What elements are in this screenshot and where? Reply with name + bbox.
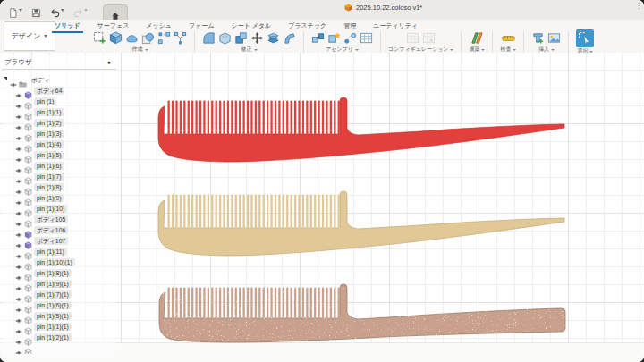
tree-body-row[interactable]: pin (1)(4) [2, 139, 116, 149]
save-button[interactable] [29, 4, 44, 17]
visibility-eye-icon[interactable] [15, 97, 22, 105]
new-component-icon[interactable] [327, 31, 341, 45]
visibility-eye-icon[interactable] [15, 269, 22, 276]
undo-icon [50, 5, 60, 15]
tree-body-row[interactable]: pin (1)(11) [2, 246, 116, 257]
workspace-selector[interactable]: デザイン [4, 21, 55, 51]
config-table-icon[interactable] [406, 31, 419, 45]
tree-body-row[interactable]: pin (1)(10)(1) [2, 257, 116, 267]
visibility-eye-icon[interactable] [15, 312, 22, 319]
document-title-text: 2025.10.22.coloso v1* [356, 4, 422, 12]
sketch-icon[interactable] [93, 31, 106, 45]
visibility-eye-icon[interactable] [15, 215, 22, 223]
body-icon [24, 119, 32, 127]
file-menu-button[interactable] [5, 4, 25, 17]
redo-button[interactable] [71, 4, 90, 17]
visibility-eye-icon[interactable] [15, 280, 22, 287]
visibility-eye-icon[interactable] [15, 119, 22, 126]
visibility-eye-icon[interactable] [10, 76, 17, 83]
visibility-eye-icon[interactable] [15, 140, 22, 147]
visibility-eye-icon[interactable] [15, 108, 22, 115]
tree-folder-row[interactable]: ボディ [2, 74, 116, 85]
tree-body-row[interactable]: pin (1)(5)(1) [2, 310, 116, 321]
body-icon [24, 108, 32, 116]
fillet-icon[interactable] [202, 31, 216, 45]
shell-icon[interactable] [218, 31, 232, 45]
expand-caret-icon[interactable] [4, 77, 7, 80]
canvas-icon[interactable] [531, 31, 545, 45]
ribbon-tab-4[interactable]: シート メタル [230, 20, 272, 32]
visibility-eye-icon[interactable] [15, 333, 22, 341]
pattern-icon[interactable] [157, 31, 171, 45]
ribbon-group-7: 選択 [569, 31, 601, 53]
split-icon[interactable] [267, 31, 280, 45]
visibility-eye-icon[interactable] [15, 205, 22, 212]
planes-icon[interactable] [470, 31, 484, 45]
visibility-eye-icon[interactable] [15, 226, 22, 233]
ribbon-tab-5[interactable]: プラスチック [287, 20, 327, 32]
tree-body-row[interactable]: ボディ105 [2, 214, 116, 224]
home-icon [111, 8, 120, 17]
ribbon-tab-0[interactable]: ソリッド [54, 20, 81, 32]
image-icon[interactable] [547, 31, 561, 45]
visibility-eye-icon[interactable] [15, 248, 22, 255]
combine-icon[interactable] [234, 31, 248, 45]
ribbon-tab-1[interactable]: サーフェス [97, 20, 131, 32]
ribbon-tab-7[interactable]: ユーティリティ [372, 20, 419, 32]
panel-options-icon[interactable]: ● [107, 59, 111, 65]
tree-item-label: pin (1)(5) [34, 151, 64, 159]
select-icon[interactable] [576, 29, 594, 47]
tree-body-row[interactable]: pin (1)(9) [2, 192, 116, 203]
visibility-eye-icon[interactable] [15, 323, 22, 330]
tree-body-row[interactable]: pin (1)(2) [2, 117, 116, 128]
visibility-eye-icon[interactable] [15, 237, 22, 244]
tree-body-row[interactable]: pin (1)(8)(1) [2, 267, 116, 278]
document-tab[interactable] [103, 4, 128, 21]
ribbon-tab-2[interactable]: メッシュ [145, 20, 173, 32]
visibility-eye-icon[interactable] [15, 87, 22, 94]
ribbon-tab-6[interactable]: 管理 [343, 20, 357, 32]
tree-body-row[interactable]: pin (1)(5) [2, 149, 116, 160]
visibility-eye-icon[interactable] [15, 301, 22, 308]
sweep-icon[interactable] [125, 31, 139, 45]
tree-body-row[interactable]: ボディ107 [2, 235, 116, 246]
tree-body-row[interactable]: pin (1)(10) [2, 203, 116, 214]
tree-body-row[interactable]: pin (1)(7)(1) [2, 289, 116, 299]
overflow-menu-icon[interactable]: ⋮ [635, 4, 642, 8]
visibility-eye-icon[interactable] [15, 344, 22, 351]
tree-body-row[interactable]: ボディ106 [2, 224, 116, 235]
extrude-icon[interactable] [109, 31, 123, 45]
tree-body-row[interactable]: pin (1)(1)(1) [2, 321, 116, 332]
link-icon[interactable] [311, 31, 325, 45]
sphere-icon[interactable] [141, 31, 155, 45]
measure-icon[interactable] [502, 31, 515, 45]
visibility-eye-icon[interactable] [15, 258, 22, 265]
branch-icon[interactable] [174, 31, 187, 45]
tree-body-row[interactable]: pin (1)(3) [2, 128, 116, 139]
move-icon[interactable] [250, 31, 264, 45]
tree-body-row[interactable]: pin (1) [2, 96, 116, 106]
ribbon-tab-3[interactable]: フォーム [188, 20, 216, 32]
tree-body-row[interactable]: ボディ64 [2, 85, 116, 96]
tree-body-row[interactable]: pin (1)(2)(1) [2, 332, 116, 342]
offset-icon[interactable] [283, 31, 296, 45]
config-insert-icon[interactable] [422, 31, 436, 45]
tree-body-row[interactable] [2, 342, 116, 353]
tree-body-row[interactable]: pin (1)(7) [2, 171, 116, 181]
tree-body-row[interactable]: pin (1)(6) [2, 160, 116, 171]
visibility-eye-icon[interactable] [15, 173, 22, 180]
visibility-eye-icon[interactable] [15, 194, 22, 201]
tree-body-row[interactable]: pin (1)(9)(1) [2, 278, 116, 289]
tree-body-row[interactable]: pin (1)(1) [2, 106, 116, 117]
joint-icon[interactable] [343, 31, 357, 45]
visibility-eye-icon[interactable] [15, 183, 22, 190]
visibility-eye-icon[interactable] [15, 162, 22, 169]
tree-body-row[interactable]: pin (1)(8) [2, 181, 116, 192]
visibility-eye-icon[interactable] [15, 151, 22, 158]
visibility-eye-icon[interactable] [15, 130, 22, 137]
tree-body-row[interactable]: pin (1)(6)(1) [2, 299, 116, 310]
bom-icon[interactable] [360, 31, 373, 45]
undo-button[interactable] [47, 4, 67, 17]
body-icon [24, 194, 32, 202]
visibility-eye-icon[interactable] [15, 290, 22, 298]
